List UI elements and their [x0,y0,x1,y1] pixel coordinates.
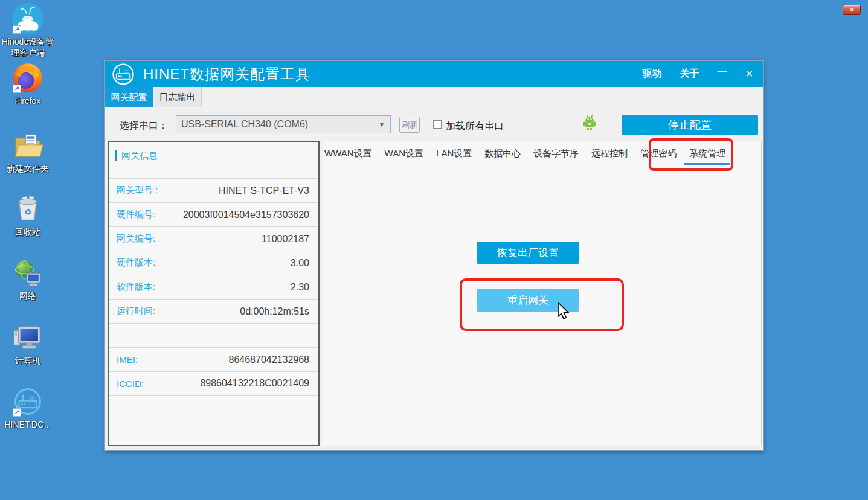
header-accent-bar [115,150,117,161]
desktop-icon-new-folder[interactable]: 新建文件夹 [0,129,56,174]
desktop-icon-label: HINET.DG... [4,419,51,430]
shortcut-arrow-icon: ↗ [13,408,21,417]
settings-panel: WWAN设置 WAN设置 LAN设置 数据中心 设备字节序 远程控制 管理密码 … [323,141,762,446]
desktop-icon-hinet-dg[interactable]: ↗ HINET.DG... [0,385,56,430]
gateway-info-panel: 网关信息 网关型号 : HINET S-TCP-ET-V3 硬件编号: 2000… [108,141,320,446]
desktop-icon-label: 计算机 [15,355,40,366]
desktop-icon-recycle-bin[interactable]: ♻ 回收站 [0,192,56,237]
computer-icon [11,321,45,354]
tab-lan-settings[interactable]: LAN设置 [436,141,472,165]
hinode-client-icon: ↗ [11,2,45,36]
serial-port-label: 选择串口： [120,120,168,132]
tab-log-output[interactable]: 日志输出 [153,87,202,107]
desktop-icon-firefox[interactable]: ↗ Firefox [0,61,56,106]
main-tab-bar: 网关配置 日志输出 [105,87,763,107]
minimize-button[interactable]: — [718,66,727,77]
tab-byte-order[interactable]: 设备字节序 [533,141,579,165]
tab-remote-control[interactable]: 远程控制 [591,141,628,165]
app-window: HINET数据网关配置工具 驱动 关于 — ✕ 网关配置 日志输出 选择串口： … [104,60,764,451]
tab-data-center[interactable]: 数据中心 [484,141,521,165]
firefox-icon: ↗ [11,61,45,95]
tab-wwan-settings[interactable]: WWAN设置 [324,141,372,165]
titlebar[interactable]: HINET数据网关配置工具 驱动 关于 — ✕ [105,61,763,87]
reboot-button-area: 重启网关 [477,289,579,312]
info-row-empty [109,323,318,347]
gateway-info-header: 网关信息 [109,142,318,178]
info-row-hardware-id: 硬件编号: 20003f0014504e3157303620 [109,202,318,226]
svg-text:♻: ♻ [24,207,32,217]
app-logo-router-icon [112,63,135,86]
tab-wan-settings[interactable]: WAN设置 [385,141,423,165]
close-button[interactable]: ✕ [745,68,753,80]
settings-tab-bar: WWAN设置 WAN设置 LAN设置 数据中心 设备字节序 远程控制 管理密码 … [323,141,761,165]
tab-admin-password[interactable]: 管理密码 [640,141,677,165]
shortcut-arrow-icon: ↗ [13,25,21,34]
serial-port-select[interactable]: USB-SERIAL CH340 (COM6) ▼ [176,115,391,133]
info-row-model: 网关型号 : HINET S-TCP-ET-V3 [109,178,318,202]
load-all-ports-checkbox[interactable] [433,120,442,129]
chevron-down-icon: ▼ [379,121,385,128]
desktop-icon-computer[interactable]: 计算机 [0,321,56,366]
info-row-iccid: ICCID: 898604132218C0021409 [109,371,318,396]
hinet-dg-icon: ↗ [11,385,45,418]
load-all-ports-label: 加载所有串口 [446,120,504,133]
desktop-icon-network[interactable]: 网络 [0,256,56,301]
serial-port-value: USB-SERIAL CH340 (COM6) [181,119,308,130]
info-row-hw-version: 硬件版本: 3.00 [109,251,318,275]
info-row-imei: IMEI: 864687042132968 [109,347,318,371]
desktop-icon-label: 网络 [19,290,36,301]
desktop-icon-label: Firefox [15,95,41,106]
window-title: HINET数据网关配置工具 [143,65,310,84]
desktop-icon-label: 新建文件夹 [7,163,49,174]
gateway-info-title: 网关信息 [121,150,158,161]
driver-menu-item[interactable]: 驱动 [643,68,662,80]
reboot-gateway-button[interactable]: 重启网关 [477,289,579,312]
stop-config-button[interactable]: 停止配置 [622,115,758,135]
titlebar-menu: 驱动 关于 — ✕ [625,68,753,80]
about-menu-item[interactable]: 关于 [680,68,699,80]
desktop-icon-label: 回收站 [15,226,40,237]
network-icon [11,256,45,290]
screen-close-button[interactable]: ✕ [843,5,861,15]
shortcut-arrow-icon: ↗ [13,85,21,93]
desktop-icon-label: Hinode设备管理客户端 [0,36,56,58]
tab-system-management[interactable]: 系统管理 [689,141,725,165]
refresh-button[interactable]: 刷新 [399,117,420,133]
info-row-uptime: 运行时间: 0d:00h:12m:51s [109,299,318,323]
desktop-icon-hinode-client[interactable]: ↗ Hinode设备管理客户端 [0,2,56,58]
green-robot-status-icon [582,112,597,132]
recycle-bin-icon: ♻ [11,192,45,226]
info-row-gateway-id: 网关编号: 110002187 [109,226,318,251]
folder-icon [11,129,45,162]
tab-gateway-config[interactable]: 网关配置 [105,87,153,107]
factory-reset-button[interactable]: 恢复出厂设置 [477,242,579,264]
info-row-sw-version: 软件版本: 2.30 [109,275,318,299]
